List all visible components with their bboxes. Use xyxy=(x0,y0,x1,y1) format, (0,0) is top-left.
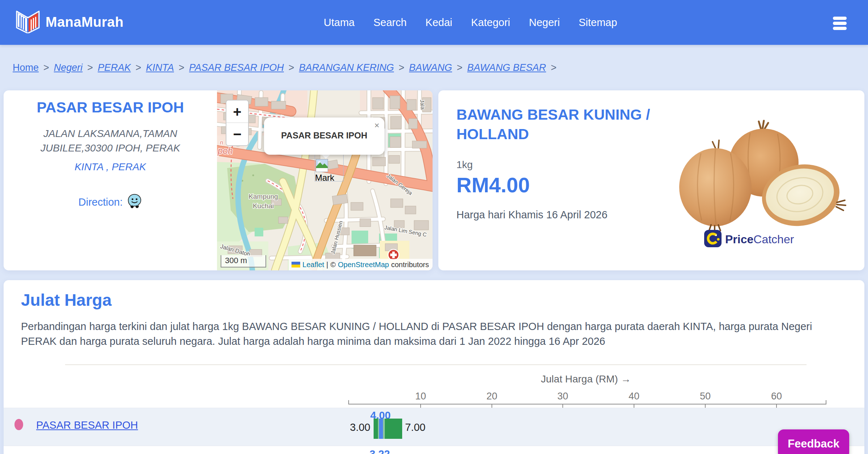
chart-row-next: 3.22 xyxy=(4,446,864,454)
breadcrumb-separator: > xyxy=(551,62,557,73)
pricecatcher-logo: PriceCatcher xyxy=(704,230,794,249)
popup-close-icon[interactable]: × xyxy=(374,120,379,130)
attribution-contributors: contributors xyxy=(391,261,429,269)
ukraine-flag-icon xyxy=(292,262,300,267)
page: ManaMurah Utama Search Kedai Kategori Ne… xyxy=(0,0,868,454)
breadcrumb-separator: > xyxy=(179,62,184,73)
chart-axis-title: Julat Harga (RM) → xyxy=(477,373,694,385)
pricecatcher-wordmark: PriceCatcher xyxy=(725,233,794,246)
feedback-button[interactable]: Feedback xyxy=(778,429,849,454)
max-price-label: 7.00 xyxy=(405,421,425,433)
district-state-comma: , xyxy=(103,161,112,172)
menu-icon[interactable] xyxy=(833,17,847,32)
map-label-kampung: Kampung xyxy=(248,193,278,200)
current-price-marker xyxy=(379,419,383,439)
breadcrumb-separator: > xyxy=(289,62,294,73)
leaflet-link[interactable]: Leaflet xyxy=(302,261,324,269)
x-tick-40: 40 xyxy=(623,391,645,402)
product-card: BAWANG BESAR KUNING / HOLLAND 1kg RM4.00… xyxy=(438,90,864,270)
map-marker-broken-image-icon[interactable] xyxy=(316,159,328,172)
nav-utama[interactable]: Utama xyxy=(324,17,354,29)
x-tick-20: 20 xyxy=(481,391,503,402)
map-scale-bar: 300 m xyxy=(221,255,266,267)
map-label-kuchai: Kuchai xyxy=(253,202,274,210)
breadcrumb-separator: > xyxy=(87,62,93,73)
breadcrumb-perak[interactable]: PERAK xyxy=(98,62,131,73)
next-row-current-price: 3.22 xyxy=(358,448,401,454)
attribution-divider: | xyxy=(326,261,328,269)
axis-end-cap xyxy=(826,400,826,404)
map-label-poh: poh xyxy=(217,146,233,156)
price-date: Harga hari Khamis 16 April 2026 xyxy=(456,209,608,221)
x-tick-60: 60 xyxy=(766,391,787,402)
row-dot xyxy=(14,419,23,430)
min-price-label: 3.00 xyxy=(341,421,370,433)
product-unit: 1kg xyxy=(456,159,473,171)
market-district-state: KINTA , PERAK xyxy=(4,161,217,173)
state-link[interactable]: PERAK xyxy=(112,161,146,172)
brand[interactable]: ManaMurah xyxy=(16,9,124,35)
price-range-card: Julat Harga Perbandingan harga terkini d… xyxy=(4,280,864,454)
map-popup-title: PASAR BESAR IPOH xyxy=(264,130,384,141)
market-title: PASAR BESAR IPOH xyxy=(4,99,217,116)
nav-negeri[interactable]: Negeri xyxy=(529,17,560,29)
section-title: Julat Harga xyxy=(21,290,112,310)
direction-label: Direction: xyxy=(78,196,123,208)
waze-icon[interactable] xyxy=(127,194,142,211)
copyright-symbol: © xyxy=(331,261,336,269)
product-title: BAWANG BESAR KUNING / HOLLAND xyxy=(456,105,652,144)
zoom-in-button[interactable]: + xyxy=(226,100,248,123)
x-tick-30: 30 xyxy=(552,391,574,402)
openstreetmap-link[interactable]: OpenStreetMap xyxy=(338,261,389,269)
pricecatcher-word-catcher: Catcher xyxy=(753,233,794,246)
product-image-onions xyxy=(673,119,847,234)
breadcrumb-kinta[interactable]: KINTA xyxy=(146,62,174,73)
breadcrumb-separator: > xyxy=(457,62,463,73)
map-attribution: Leaflet | © OpenStreetMap contributors xyxy=(289,259,433,270)
market-card: PASAR BESAR IPOH JALAN LAKSAMANA,TAMAN J… xyxy=(4,90,433,270)
manamurah-logo-icon xyxy=(16,9,40,35)
breadcrumb: Home > Negeri > PERAK > KINTA > PASAR BE… xyxy=(13,62,557,73)
breadcrumb-bawang-besar[interactable]: BAWANG BESAR xyxy=(467,62,546,73)
marker-alt-text: Mark xyxy=(315,173,343,183)
breadcrumb-bawang[interactable]: BAWANG xyxy=(409,62,452,73)
zoom-out-button[interactable]: − xyxy=(226,123,248,145)
map-label-n-fragment: n xyxy=(220,140,223,146)
map-zoom-control: + − xyxy=(226,100,249,146)
breadcrumb-separator: > xyxy=(43,62,49,73)
brand-title: ManaMurah xyxy=(46,14,124,30)
divider xyxy=(65,364,807,365)
market-info: PASAR BESAR IPOH JALAN LAKSAMANA,TAMAN J… xyxy=(4,90,217,270)
map[interactable]: Kampung Kuchai Jalan Datoh Jalan Hussien… xyxy=(217,90,433,270)
breadcrumb-barangan-kering[interactable]: BARANGAN KERING xyxy=(299,62,394,73)
nav-search[interactable]: Search xyxy=(373,17,407,29)
breadcrumb-separator: > xyxy=(399,62,404,73)
nav-sitemap[interactable]: Sitemap xyxy=(579,17,617,29)
chart-row-pasar-besar-ipoh: PASAR BESAR IPOH 4.00 3.00 7.00 xyxy=(4,408,864,446)
map-popup: PASAR BESAR IPOH × xyxy=(264,117,384,155)
app-header: ManaMurah Utama Search Kedai Kategori Ne… xyxy=(0,0,868,45)
x-tick-10: 10 xyxy=(410,391,431,402)
nav-kedai[interactable]: Kedai xyxy=(425,17,452,29)
nav-kategori[interactable]: Kategori xyxy=(471,17,510,29)
pricecatcher-icon xyxy=(704,230,722,249)
direction-row: Direction: xyxy=(4,194,217,211)
market-address: JALAN LAKSAMANA,TAMAN JUBILEE,30300 IPOH… xyxy=(16,127,204,155)
breadcrumb-home[interactable]: Home xyxy=(13,62,39,73)
map-label-jala: Jala xyxy=(419,99,426,110)
breadcrumb-pasar-besar-ipoh[interactable]: PASAR BESAR IPOH xyxy=(189,62,284,73)
product-price: RM4.00 xyxy=(456,173,530,197)
breadcrumb-separator: > xyxy=(136,62,141,73)
district-link[interactable]: KINTA xyxy=(75,161,103,172)
pricecatcher-word-price: Price xyxy=(725,233,753,246)
breadcrumb-negeri[interactable]: Negeri xyxy=(54,62,83,73)
axis-end-cap xyxy=(348,400,349,404)
main-nav: Utama Search Kedai Kategori Negeri Sitem… xyxy=(324,0,617,45)
price-range-bar[interactable] xyxy=(374,419,402,439)
x-tick-50: 50 xyxy=(694,391,716,402)
row-market-link[interactable]: PASAR BESAR IPOH xyxy=(36,419,138,431)
section-description: Perbandingan harga terkini dan julat har… xyxy=(21,319,827,349)
